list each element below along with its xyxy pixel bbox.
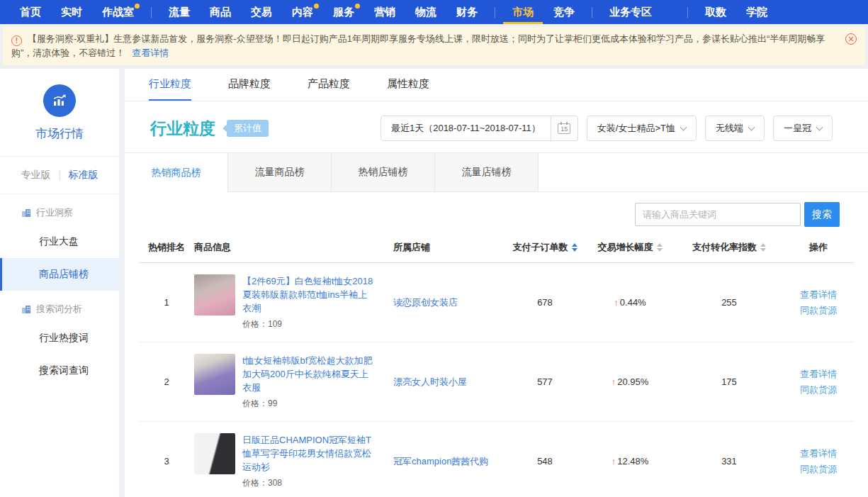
ranking-table: 热销排名 商品信息 所属店铺 支付子订单数 交易增长幅度 支付转化率指数 操作 … [125, 234, 868, 497]
tab-hot-product-ranking[interactable]: 热销商品榜 [125, 153, 228, 192]
actions-cell: 查看详情 同款货源 [783, 368, 854, 396]
nav-item-business-zone[interactable]: 业务专区 [599, 0, 662, 24]
sidebar-item-product-shop-ranking[interactable]: 商品店铺榜 [0, 258, 119, 291]
search-button[interactable]: 搜索 [804, 202, 840, 227]
product-price: 价格：308 [242, 477, 375, 489]
sidebar-item-industry-overview[interactable]: 行业大盘 [0, 225, 119, 258]
same-supply-link[interactable]: 同款货源 [800, 463, 837, 476]
header-paid-suborders[interactable]: 支付子订单数 [505, 241, 585, 254]
nav-spacer [662, 0, 680, 24]
product-image[interactable] [194, 274, 235, 315]
growth-cell: ↑12.48% [585, 456, 675, 467]
tab-attribute-granularity[interactable]: 属性粒度 [387, 69, 429, 101]
product-cell: 日版正品CHAMPION冠军短袖T恤草写字母印花男女情侣款宽松运动衫 价格：30… [194, 433, 393, 489]
nav-item-service[interactable]: 服务 [323, 0, 364, 24]
tab-product-granularity[interactable]: 产品粒度 [308, 69, 350, 101]
sidebar-menu: 行业洞察 行业大盘 商品店铺榜 搜索词分析 行业热搜词 搜索词查询 [0, 194, 119, 387]
sort-icon[interactable] [657, 243, 663, 252]
rank-value: 2 [139, 376, 194, 387]
tab-brand-granularity[interactable]: 品牌粒度 [228, 69, 271, 101]
shop-link[interactable]: 冠军champion茜茜代购 [393, 456, 488, 467]
shop-cell: 读恋原创女装店 [393, 296, 505, 309]
product-title-link[interactable]: 【2件69元】白色短袖t恤女2018夏装韩版新款韩范t恤ins半袖上衣潮 [242, 274, 375, 315]
sidebar-item-hot-search-words[interactable]: 行业热搜词 [0, 322, 119, 354]
version-switcher: 专业版 标准版 [0, 157, 119, 194]
header-growth[interactable]: 交易增长幅度 [585, 241, 675, 254]
paid-suborders-value: 548 [505, 456, 585, 467]
shop-link[interactable]: 读恋原创女装店 [393, 297, 458, 308]
table-row: 3 日版正品CHAMPION冠军短袖T恤草写字母印花男女情侣款宽松运动衫 价格：… [139, 422, 854, 497]
nav-item-market[interactable]: 市场 [502, 0, 543, 24]
growth-cell: ↑20.95% [585, 376, 675, 387]
header-product-info: 商品信息 [194, 241, 393, 254]
rank-value: 3 [139, 456, 194, 467]
same-supply-link[interactable]: 同款货源 [800, 384, 837, 396]
tab-hot-shop-ranking[interactable]: 热销店铺榜 [332, 153, 435, 191]
nav-item-transactions[interactable]: 交易 [241, 0, 282, 24]
sort-icon[interactable] [572, 243, 577, 252]
notice-bar: !【服务洞察-双重礼】生意参谋新品首发，服务洞察-众望登场！即日起订购产品1年周… [3, 27, 865, 65]
version-pro[interactable]: 专业版 [21, 169, 51, 182]
device-selector[interactable]: 无线端 [705, 116, 765, 141]
growth-cell: ↑0.44% [585, 297, 675, 308]
growth-up-icon: ↑ [611, 376, 616, 387]
notice-detail-link[interactable]: 查看详情 [132, 48, 169, 58]
nav-item-realtime[interactable]: 实时 [51, 0, 92, 24]
nav-item-competition[interactable]: 竞争 [543, 0, 585, 24]
chevron-down-icon [680, 123, 687, 130]
nav-item-traffic[interactable]: 流量 [159, 0, 200, 24]
main-content: 行业粒度 品牌粒度 产品粒度 属性粒度 行业粒度 累计值 最近1天（2018-0… [125, 69, 868, 497]
nav-item-home[interactable]: 首页 [10, 0, 51, 24]
view-detail-link[interactable]: 查看详情 [800, 447, 837, 460]
table-row: 2 t恤女短袖韩版bf宽松超大款加肥加大码200斤中长款纯棉夏天上衣服 价格：9… [139, 342, 854, 422]
nav-item-data-extract[interactable]: 取数 [695, 0, 736, 24]
shop-link[interactable]: 漂亮女人时装小屋 [393, 376, 467, 387]
rank-value: 1 [139, 297, 194, 308]
view-detail-link[interactable]: 查看详情 [800, 289, 837, 301]
warning-icon: ! [11, 35, 22, 46]
tab-industry-granularity[interactable]: 行业粒度 [149, 69, 191, 101]
same-supply-link[interactable]: 同款货源 [800, 304, 837, 317]
category-selector[interactable]: 女装/女士精品>T恤 [587, 116, 697, 141]
nav-divider [151, 7, 152, 18]
product-title-link[interactable]: 日版正品CHAMPION冠军短袖T恤草写字母印花男女情侣款宽松运动衫 [242, 433, 375, 474]
nav-item-content[interactable]: 内容 [282, 0, 323, 24]
tab-traffic-shop-ranking[interactable]: 流量店铺榜 [435, 153, 539, 191]
growth-up-icon: ↑ [611, 456, 616, 467]
nav-item-war-room[interactable]: 作战室 [92, 0, 144, 24]
sidebar-header: 市场行情 [0, 69, 119, 157]
notification-dot [355, 4, 360, 9]
nav-divider [687, 7, 688, 18]
shop-level-selector[interactable]: 一皇冠 [773, 116, 833, 141]
sort-icon[interactable] [760, 243, 766, 252]
product-price: 价格：109 [242, 318, 375, 330]
calendar-button[interactable]: 15 [551, 116, 578, 141]
nav-item-logistics[interactable]: 物流 [405, 0, 446, 24]
product-image[interactable] [194, 433, 235, 474]
nav-item-academy[interactable]: 学院 [736, 0, 777, 24]
search-input[interactable] [635, 203, 801, 226]
view-detail-link[interactable]: 查看详情 [800, 368, 837, 381]
product-title-link[interactable]: t恤女短袖韩版bf宽松超大款加肥加大码200斤中长款纯棉夏天上衣服 [242, 354, 375, 394]
top-nav: 首页 实时 作战室 流量 商品 交易 内容 服务 营销 物流 财务 市场 竞争 … [0, 0, 868, 24]
shop-cell: 漂亮女人时装小屋 [393, 375, 505, 389]
product-cell: t恤女短袖韩版bf宽松超大款加肥加大码200斤中长款纯棉夏天上衣服 价格：99 [194, 354, 393, 410]
title-row: 行业粒度 累计值 最近1天（2018-07-11~2018-07-11） 15 … [125, 101, 868, 152]
nav-item-marketing[interactable]: 营销 [364, 0, 405, 24]
close-icon[interactable]: ✕ [845, 33, 857, 45]
menu-group-industry-insight: 行业洞察 [0, 194, 119, 225]
version-standard[interactable]: 标准版 [69, 169, 98, 182]
notification-dot [135, 4, 140, 9]
app-title: 市场行情 [0, 125, 119, 142]
table-row: 1 【2件69元】白色短袖t恤女2018夏装韩版新款韩范t恤ins半袖上衣潮 价… [139, 263, 854, 342]
date-range-selector[interactable]: 最近1天（2018-07-11~2018-07-11） [381, 116, 551, 141]
conversion-index-value: 255 [675, 297, 783, 308]
sidebar-item-search-word-query[interactable]: 搜索词查询 [0, 354, 119, 387]
nav-item-finance[interactable]: 财务 [446, 0, 487, 24]
actions-cell: 查看详情 同款货源 [783, 289, 854, 317]
product-image[interactable] [194, 354, 235, 395]
tab-traffic-product-ranking[interactable]: 流量商品榜 [228, 153, 332, 191]
header-conversion-index[interactable]: 支付转化率指数 [675, 241, 783, 254]
calendar-icon: 15 [558, 123, 570, 134]
nav-item-products[interactable]: 商品 [200, 0, 241, 24]
